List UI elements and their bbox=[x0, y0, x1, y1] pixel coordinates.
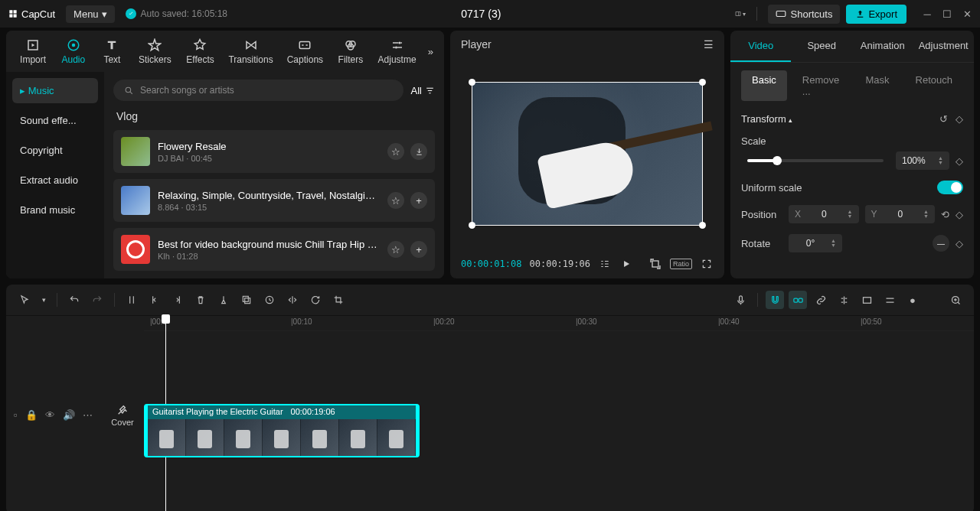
cover-button[interactable]: Cover bbox=[109, 404, 136, 427]
uniform-scale-toggle[interactable] bbox=[937, 181, 963, 194]
rtab-adjustment[interactable]: Adjustment bbox=[913, 31, 974, 62]
cat-music[interactable]: Music bbox=[12, 78, 98, 103]
rtab-speed[interactable]: Speed bbox=[791, 31, 852, 62]
preview-button[interactable] bbox=[858, 291, 876, 309]
tab-stickers[interactable]: Stickers bbox=[131, 38, 178, 65]
reverse-button[interactable] bbox=[260, 291, 279, 309]
lock-icon[interactable]: 🔒 bbox=[25, 409, 38, 421]
timeline-ruler[interactable]: |00:0 |00:10 |00:20 |00:30 |00:40 |00:50 bbox=[144, 316, 974, 331]
mirror-button[interactable]: — bbox=[933, 235, 949, 252]
more-icon[interactable]: ⋯ bbox=[83, 409, 93, 421]
video-clip[interactable]: Guitarist Playing the Electric Guitar 00… bbox=[144, 404, 420, 457]
subtab-mask[interactable]: Mask bbox=[855, 70, 900, 101]
split-right-button[interactable] bbox=[168, 291, 187, 309]
properties-panel: Video Speed Animation Adjustment Basic R… bbox=[730, 31, 974, 278]
cat-extract-audio[interactable]: Extract audio bbox=[12, 168, 98, 193]
select-tool[interactable] bbox=[15, 291, 34, 309]
track-item[interactable]: Relaxing, Simple, Countryside, Travel, N… bbox=[113, 179, 435, 222]
resize-handle-bl[interactable] bbox=[469, 222, 475, 229]
tab-captions[interactable]: Captions bbox=[279, 38, 330, 65]
redo-button[interactable] bbox=[88, 291, 106, 309]
tab-import[interactable]: Import bbox=[12, 38, 54, 65]
reset-icon[interactable]: ↺ bbox=[939, 113, 948, 125]
layout-button[interactable]: ▾ bbox=[735, 8, 746, 19]
scale-slider[interactable] bbox=[747, 159, 884, 162]
close-button[interactable]: ✕ bbox=[962, 8, 972, 19]
split-left-button[interactable] bbox=[145, 291, 164, 309]
add-button[interactable]: + bbox=[410, 241, 427, 258]
track-button[interactable] bbox=[880, 291, 899, 309]
subtab-basic[interactable]: Basic bbox=[741, 70, 787, 101]
track-item[interactable]: Flowery Resale DJ BAI · 00:45 ☆ bbox=[113, 130, 435, 173]
tabs-expand[interactable]: » bbox=[423, 46, 438, 57]
subtab-remove[interactable]: Remove ... bbox=[792, 70, 851, 101]
subtab-retouch[interactable]: Retouch bbox=[905, 70, 963, 101]
undo-button[interactable] bbox=[65, 291, 83, 309]
crop-button[interactable] bbox=[329, 291, 348, 309]
keyframe-icon[interactable]: ◇ bbox=[956, 238, 963, 249]
keyframe-icon[interactable]: ◇ bbox=[956, 209, 963, 220]
zoom-fit-button[interactable] bbox=[946, 291, 965, 309]
magnet-button[interactable] bbox=[766, 291, 784, 309]
link-button[interactable] bbox=[789, 291, 807, 309]
favorite-button[interactable]: ☆ bbox=[387, 143, 404, 160]
timeline-tracks[interactable]: |00:0 |00:10 |00:20 |00:30 |00:40 |00:50… bbox=[144, 316, 974, 511]
list-view-icon[interactable] bbox=[598, 257, 612, 271]
search-input[interactable]: Search songs or artists bbox=[113, 80, 403, 101]
download-button[interactable] bbox=[410, 143, 427, 160]
split-button[interactable] bbox=[122, 291, 141, 309]
track-item[interactable]: Best for video background music Chill Tr… bbox=[113, 228, 435, 271]
align-button[interactable] bbox=[835, 291, 853, 309]
scale-input[interactable]: 100%▲▼ bbox=[896, 151, 949, 170]
ratio-button[interactable]: Ratio bbox=[670, 259, 692, 269]
cat-sound-effects[interactable]: Sound effe... bbox=[12, 108, 98, 133]
position-x-input[interactable]: X0▲▼ bbox=[789, 205, 859, 223]
rotate-input[interactable]: 0°▲▼ bbox=[789, 234, 842, 252]
export-button[interactable]: Export bbox=[846, 5, 906, 24]
player-menu-icon[interactable]: ☰ bbox=[704, 38, 714, 50]
play-button[interactable] bbox=[619, 257, 633, 271]
zoom-button[interactable]: ● bbox=[903, 291, 922, 309]
tab-effects[interactable]: Effects bbox=[178, 38, 221, 65]
select-dropdown[interactable]: ▾ bbox=[38, 291, 49, 309]
transform-header[interactable]: Transform ▴ bbox=[741, 113, 792, 125]
resize-handle-tl[interactable] bbox=[469, 79, 475, 86]
maximize-button[interactable]: ☐ bbox=[942, 8, 952, 19]
delete-button[interactable] bbox=[191, 291, 210, 309]
shortcuts-button[interactable]: Shortcuts bbox=[768, 5, 841, 24]
position-y-input[interactable]: Y0▲▼ bbox=[865, 205, 936, 223]
rtab-animation[interactable]: Animation bbox=[852, 31, 913, 62]
mic-button[interactable] bbox=[731, 291, 750, 309]
tab-audio[interactable]: Audio bbox=[54, 38, 93, 65]
eye-icon[interactable]: 👁 bbox=[45, 409, 55, 421]
scale-icon[interactable] bbox=[648, 257, 662, 271]
rotate-button[interactable] bbox=[306, 291, 325, 309]
tab-filters[interactable]: Filters bbox=[330, 38, 371, 65]
add-track-icon[interactable]: ▫ bbox=[14, 409, 18, 421]
minimize-button[interactable]: ─ bbox=[922, 8, 933, 19]
add-button[interactable]: + bbox=[410, 192, 427, 209]
reset-icon[interactable]: ⟲ bbox=[941, 209, 949, 220]
preview-canvas[interactable] bbox=[472, 82, 703, 226]
tab-adjustment[interactable]: Adjustme bbox=[371, 38, 423, 65]
favorite-button[interactable]: ☆ bbox=[387, 192, 404, 209]
menu-button[interactable]: Menu ▾ bbox=[66, 5, 115, 23]
resize-handle-tr[interactable] bbox=[699, 79, 706, 86]
tab-text[interactable]: Text bbox=[93, 38, 131, 65]
tab-transitions[interactable]: Transitions bbox=[222, 38, 280, 65]
favorite-button[interactable]: ☆ bbox=[387, 241, 404, 258]
filter-button[interactable]: All bbox=[411, 85, 435, 96]
keyframe-icon[interactable]: ◇ bbox=[956, 155, 963, 167]
rtab-video[interactable]: Video bbox=[730, 31, 792, 62]
cat-brand-music[interactable]: Brand music bbox=[12, 197, 98, 223]
marker-button[interactable] bbox=[214, 291, 233, 309]
mute-icon[interactable]: 🔊 bbox=[63, 409, 75, 421]
copy-button[interactable] bbox=[237, 291, 256, 309]
resize-handle-br[interactable] bbox=[699, 222, 706, 229]
keyframe-icon[interactable]: ◇ bbox=[956, 113, 963, 125]
fullscreen-button[interactable] bbox=[700, 257, 714, 271]
cat-copyright[interactable]: Copyright bbox=[12, 138, 98, 163]
mirror-button[interactable] bbox=[283, 291, 302, 309]
chain-button[interactable] bbox=[812, 291, 830, 309]
player-viewport[interactable] bbox=[450, 58, 724, 249]
